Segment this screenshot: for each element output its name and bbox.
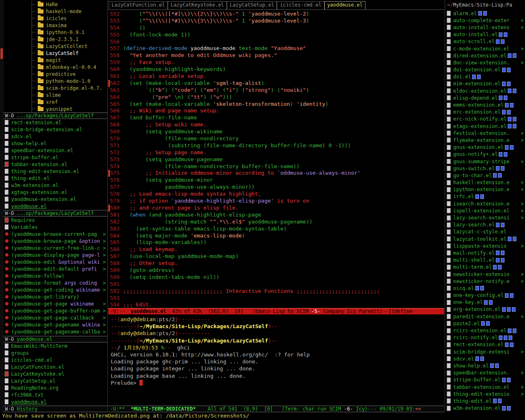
code-line-572[interactable]: 572 ;; Setup page name. <box>108 149 444 156</box>
tree-item-yasnippet[interactable]: yasnippet <box>3 105 107 112</box>
code-line-578[interactable]: 578 ;; Load emacs-lisp-mode syntax highl… <box>108 191 444 198</box>
file-list-item[interactable]: stripe-buffer.el <box>3 154 107 161</box>
function-item[interactable]: (yaoddmuse-browse-current-pag> <box>3 231 107 237</box>
right-file-item[interactable]: doi.el <box>445 73 525 80</box>
right-file-item[interactable]: alarm.el <box>445 10 525 17</box>
code-line-569[interactable]: 569 (setq yaoddmuse-wikiname <box>108 128 444 135</box>
right-file-item[interactable]: scim-bridge-extensi> <box>445 348 525 355</box>
buffer-list-item[interactable]: icicles-cmd.el <box>3 356 107 363</box>
right-file-item[interactable]: auto-scroll.el <box>445 38 525 45</box>
right-file-item[interactable]: festival-extension.> <box>445 130 525 137</box>
function-item[interactable]: (yaoddmuse-current-free-link-c> <box>3 244 107 251</box>
code-line-589[interactable]: 589 (goto-address) <box>108 267 444 274</box>
file-list-item[interactable]: speedbar-extension.el <box>3 147 107 154</box>
code-line-553[interactable]: 553 ("^\\(\\([*#]\\)\\{3\\}\\)\\s-" 1 'y… <box>108 18 444 25</box>
code-line-576[interactable]: 576 (setq yaoddmuse-minor <box>108 177 444 184</box>
code-line-579[interactable]: 579 ;; if option `yaoddmuse-highlight-el… <box>108 198 444 205</box>
right-file-item[interactable]: rcirc-notify.el <box>445 334 525 341</box>
right-file-item[interactable]: gnus-summary-stripe> <box>445 158 525 165</box>
tree-item-scim-bridge.el-0.7.[interactable]: scim-bridge.el-0.7. <box>3 84 107 91</box>
tab-lazycatfunction-el[interactable]: LazyCatFunction.el <box>109 1 168 9</box>
code-line-574[interactable]: 574 (file-name-nondirectory buffer-file-… <box>108 163 444 170</box>
code-line-590[interactable]: 590 (setq indent-tabs-mode nil)) <box>108 274 444 281</box>
right-file-item[interactable]: multi-shell.el <box>445 257 525 264</box>
function-item[interactable]: (yaoddmuse-edit-default prefi> <box>3 265 107 272</box>
right-file-item[interactable]: rect-extension.el <box>445 341 525 348</box>
right-file-item[interactable]: auto-complete-exter> <box>445 17 525 24</box>
right-file-item[interactable]: oicq.el <box>445 285 525 292</box>
code-line-564[interactable]: 564 ("pre" \n) ("tt") ("u"))) <box>108 94 444 101</box>
right-file-item[interactable]: irfc.el <box>445 193 525 200</box>
code-line-558[interactable]: 558 "Yet another mode to edit Oddmuse wi… <box>108 52 444 59</box>
right-file-item[interactable]: etags-extension.el <box>445 123 525 130</box>
function-item[interactable]: (yaoddmuse-edit &optional wiki> <box>3 258 107 265</box>
right-file-item[interactable]: stripe-buffer.el <box>445 377 525 383</box>
buffer-list-item[interactable]: LazyCatFunction.el <box>3 363 107 370</box>
buffer-list-item[interactable]: ReadingNotes.org <box>3 384 107 391</box>
code-editor[interactable]: 552 ("^\\(\\([*#]\\)\\{2\\}\\)\\s-" 1 'y… <box>108 10 444 308</box>
file-list-item[interactable]: w3m-extension.el <box>3 182 107 189</box>
right-file-item[interactable]: newsticker-extensio> <box>445 271 525 278</box>
right-file-item[interactable]: go-to-char.el <box>445 172 525 179</box>
terminal-cursor[interactable] <box>139 380 143 386</box>
right-file-item[interactable]: doc-view-extension.> <box>445 59 525 66</box>
right-file-item[interactable]: lazycat-toolkit.el <box>445 235 525 242</box>
tab-lazycatsetup-el[interactable]: LazyCatSetup.el <box>227 1 277 9</box>
right-file-item[interactable]: erc-extension.el <box>445 109 525 116</box>
code-line-584[interactable]: 584 (setq major-mode 'emacs-lisp-mode) <box>108 233 444 240</box>
right-file-item[interactable]: thing-edit-extensio> <box>445 390 525 397</box>
code-line-561[interactable]: 561 ;; Local variable setup. <box>108 73 444 80</box>
tab-lazycatkeystoke-el[interactable]: LazyCatKeystoke.el <box>168 1 227 9</box>
file-list-item[interactable]: thing-edit-extension.el <box>3 168 107 175</box>
buffer-list-item[interactable]: yaoddmuse.el <box>3 398 107 405</box>
right-file-item[interactable]: one-key.el <box>445 299 525 306</box>
code-line-587[interactable]: 587 (use-local-map yaoddmuse-mode-map) <box>108 253 444 260</box>
right-file-item[interactable]: speedbar-extension.> <box>445 370 525 377</box>
left-scrollbar[interactable] <box>0 0 3 412</box>
code-line-567[interactable]: 567 (and buffer-file-name <box>108 114 444 121</box>
code-line-568[interactable]: 568 ;; Setup wiki name. <box>108 121 444 128</box>
code-line-592[interactable]: 592;;;;;;;;;;;;;;;;;;;;;;;;;;;;;;; Inter… <box>108 288 444 295</box>
code-line-582[interactable]: 582 (string-match "^.*\\.el$" yaoddmuse-… <box>108 219 444 226</box>
right-file-item[interactable]: w3m-extension.el <box>445 405 525 412</box>
code-line-555[interactable]: 555 (font-lock-mode 1)) <box>108 32 444 39</box>
right-file-item[interactable]: flymake-extension.e> <box>445 137 525 144</box>
function-item[interactable]: (yaoddmuse-get-library) <box>3 293 107 300</box>
file-list-item[interactable]: show-help.el <box>3 140 107 147</box>
buffer-list-item[interactable]: groups <box>3 349 107 356</box>
right-file-item[interactable]: sdcv.el <box>445 355 525 362</box>
file-list-item[interactable]: scim-bridge-extension.el <box>3 126 107 133</box>
code-line-577[interactable]: 577 yaoddmuse-use-always-minor)) <box>108 184 444 191</box>
code-line-554[interactable]: 554 )) <box>108 25 444 32</box>
code-line-573[interactable]: 573 (setq yaoddmuse-pagename <box>108 156 444 163</box>
buffer-list-item[interactable]: LazyCatSetup.el <box>3 377 107 384</box>
right-file-item[interactable]: auto-install-extens> <box>445 24 525 31</box>
right-file-item[interactable]: tabbar-extension.el> <box>445 383 525 390</box>
tree-item-lazycatself[interactable]: LazyCatSelf <box>3 50 107 57</box>
code-line-594[interactable]: 594;;; Edit. <box>108 301 444 308</box>
tree-item-slime[interactable]: slime <box>3 91 107 98</box>
function-item[interactable]: (yaoddmuse-format args coding> <box>3 279 107 286</box>
code-line-552[interactable]: 552 ("^\\(\\([*#]\\)\\{2\\}\\)\\s-" 1 'y… <box>108 11 444 18</box>
right-file-item[interactable]: thing-edit.el <box>445 397 525 404</box>
right-file-item[interactable]: doi-extension.el <box>445 66 525 73</box>
function-item[interactable]: (yaoddmuse-get-page-buffer-nam> <box>3 307 107 314</box>
function-item[interactable]: (yaoddmuse-follow) <box>3 272 107 279</box>
code-line-588[interactable]: 588 ;; Other setup. <box>108 260 444 267</box>
right-file-item[interactable]: paredit-extension.e> <box>445 313 525 320</box>
file-list-item[interactable]: rect-extension.el <box>3 119 107 126</box>
code-line-563[interactable]: 563 `(("b") ("code") ("em") ("i") ("stro… <box>108 87 444 94</box>
code-line-570[interactable]: 570 (file-name-nondirectory <box>108 135 444 142</box>
right-file-item[interactable]: lisppaste-extensio> <box>445 242 525 249</box>
code-line-557[interactable]: 557(define-derived-mode yaoddmuse-mode t… <box>108 45 444 52</box>
code-line-571[interactable]: 571 (substring (file-name-directory buff… <box>108 142 444 149</box>
file-list-item[interactable]: thing-edit.el <box>3 175 107 182</box>
right-file-item[interactable]: show-help.el <box>445 362 525 369</box>
right-file-item[interactable]: gnus-extension.el <box>445 144 525 151</box>
right-file-item[interactable]: org-extension.el <box>445 306 525 313</box>
right-file-item[interactable]: c-mode-extension.el> <box>445 45 525 52</box>
code-line-565[interactable]: 565 (set (make-local-variable 'skeleton-… <box>108 101 444 108</box>
buffer-list-item[interactable]: LazyCatKeystoke.el <box>3 370 107 377</box>
tree-item-xref[interactable]: xref <box>3 98 107 105</box>
tree-item-predictive[interactable]: predictive <box>3 71 107 78</box>
